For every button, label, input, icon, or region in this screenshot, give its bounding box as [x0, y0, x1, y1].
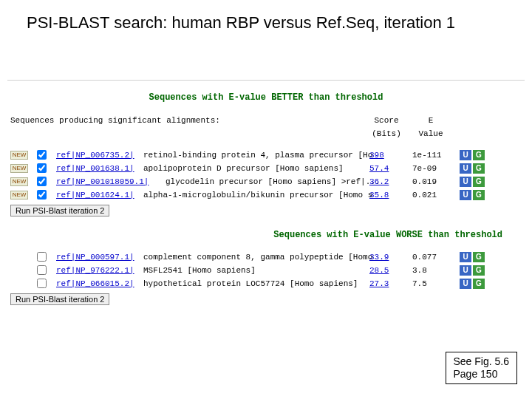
new-badge: NEW	[10, 191, 28, 200]
evalue-text: 1e-111	[412, 149, 449, 162]
section-worse-header: Sequences with E-value WORSE than thresh…	[7, 219, 525, 250]
gene-icon[interactable]: G	[473, 150, 485, 160]
section-better-header: Sequences with E-value BETTER than thres…	[7, 88, 525, 116]
unigene-icon[interactable]: U	[460, 265, 471, 276]
accession-link[interactable]: ref|NP_006735.2|	[56, 149, 134, 162]
new-badge: NEW	[10, 164, 28, 173]
description-text: retinol-binding protein 4, plasma precur…	[143, 149, 372, 162]
hit-row: NEW ref|NP_006735.2| retinol-binding pro…	[7, 149, 525, 162]
run-psi-blast-button[interactable]: Run PSI-Blast iteration 2	[10, 205, 109, 216]
select-checkbox[interactable]	[37, 163, 47, 173]
description-text: glycodelin precursor [Homo sapiens] >ref…	[166, 175, 380, 188]
hit-row: ref|NP_066015.2| hypothetical protein LO…	[7, 277, 525, 290]
unigene-icon[interactable]: U	[460, 150, 471, 160]
evalue-header-1: E	[412, 116, 449, 125]
seq-producing-label: Sequences producing significant alignmen…	[10, 116, 220, 125]
run-psi-blast-button[interactable]: Run PSI-Blast iteration 2	[10, 293, 109, 305]
column-headers-row-2: (Bits) Value	[7, 129, 525, 143]
select-checkbox[interactable]	[37, 279, 47, 288]
evalue-text: 3.8	[412, 264, 449, 277]
accession-link[interactable]: ref|NP_001018059.1|	[56, 175, 149, 188]
accession-link[interactable]: ref|NP_976222.1|	[56, 264, 134, 277]
description-text: alpha-1-microglobulin/bikunin precursor …	[143, 188, 372, 202]
accession-link[interactable]: ref|NP_001624.1|	[56, 188, 134, 202]
gene-icon[interactable]: G	[473, 279, 485, 289]
score-link[interactable]: 57.4	[369, 162, 403, 175]
evalue-text: 0.077	[412, 250, 449, 264]
new-badge: NEW	[10, 151, 28, 160]
score-header-1: Score	[369, 116, 403, 125]
link-icons: U G	[460, 190, 485, 200]
figure-reference: See Fig. 5.6 Page 150	[446, 352, 518, 384]
evalue-text: 0.021	[412, 188, 449, 202]
score-link[interactable]: 27.3	[369, 277, 403, 290]
evalue-text: 7e-09	[412, 162, 449, 175]
gene-icon[interactable]: G	[473, 190, 485, 200]
unigene-icon[interactable]: U	[460, 177, 471, 187]
accession-link[interactable]: ref|NP_066015.2|	[56, 277, 134, 290]
select-checkbox[interactable]	[37, 190, 47, 200]
select-checkbox[interactable]	[37, 177, 47, 186]
accession-link[interactable]: ref|NP_000597.1|	[56, 250, 134, 264]
evalue-text: 0.019	[412, 175, 449, 188]
gene-icon[interactable]: G	[473, 163, 485, 174]
new-badge: NEW	[10, 177, 28, 186]
link-icons: U G	[460, 150, 485, 160]
select-checkbox[interactable]	[37, 252, 47, 262]
link-icons: U G	[460, 177, 485, 187]
score-link[interactable]: 28.5	[369, 264, 403, 277]
unigene-icon[interactable]: U	[460, 279, 471, 289]
score-header-2: (Bits)	[369, 129, 403, 138]
evalue-text: 7.5	[412, 277, 449, 290]
hit-row: NEW ref|NP_001638.1| apolipoprotein D pr…	[7, 162, 525, 175]
link-icons: U G	[460, 163, 485, 174]
select-checkbox[interactable]	[37, 150, 47, 160]
unigene-icon[interactable]: U	[460, 163, 471, 174]
description-text: hypothetical protein LOC57724 [Homo sapi…	[143, 277, 358, 290]
gene-icon[interactable]: G	[473, 177, 485, 187]
column-headers-row-1: Sequences producing significant alignmen…	[7, 116, 525, 129]
hit-row: NEW ref|NP_001018059.1| glycodelin precu…	[7, 175, 525, 188]
link-icons: U G	[460, 252, 485, 262]
accession-link[interactable]: ref|NP_001638.1|	[56, 162, 134, 175]
description-text: MSFL2541 [Homo sapiens]	[143, 264, 256, 277]
description-text: complement component 8, gamma polypeptid…	[143, 250, 372, 264]
results-panel: Sequences with E-value BETTER than thres…	[7, 80, 525, 308]
unigene-icon[interactable]: U	[460, 190, 471, 200]
gene-icon[interactable]: G	[473, 265, 485, 276]
unigene-icon[interactable]: U	[460, 252, 471, 262]
score-link[interactable]: 36.2	[369, 175, 403, 188]
score-link[interactable]: 35.8	[369, 188, 403, 202]
gene-icon[interactable]: G	[473, 252, 485, 262]
select-checkbox[interactable]	[37, 265, 47, 275]
link-icons: U G	[460, 265, 485, 276]
description-text: apolipoprotein D precursor [Homo sapiens…	[143, 162, 344, 175]
hit-row: ref|NP_000597.1| complement component 8,…	[7, 250, 525, 264]
hit-row: ref|NP_976222.1| MSFL2541 [Homo sapiens]…	[7, 264, 525, 277]
score-link[interactable]: 33.9	[369, 250, 403, 264]
link-icons: U G	[460, 279, 485, 289]
score-link[interactable]: 398	[369, 149, 403, 162]
hit-row: NEW ref|NP_001624.1| alpha-1-microglobul…	[7, 188, 525, 202]
evalue-header-2: Value	[412, 129, 449, 138]
page-title: PSI-BLAST search: human RBP versus Ref.S…	[0, 0, 532, 33]
